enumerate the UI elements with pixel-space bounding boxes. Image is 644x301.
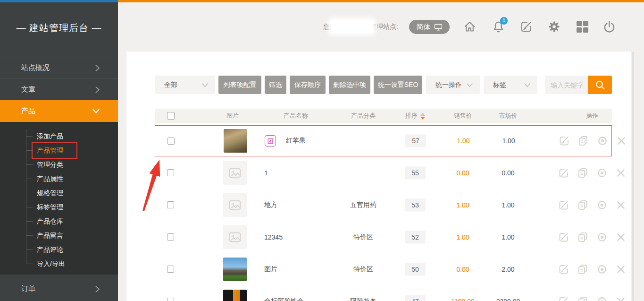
product-category: 五官用药 bbox=[335, 201, 392, 209]
edit-icon[interactable] bbox=[558, 296, 569, 301]
submenu-item-7[interactable]: 产品留言 bbox=[0, 228, 118, 242]
save-order-button[interactable]: 保存顺序 bbox=[290, 76, 326, 94]
copy-icon[interactable] bbox=[577, 167, 588, 179]
edit-icon[interactable] bbox=[558, 199, 569, 211]
column-header-label: 销售价 bbox=[454, 112, 472, 119]
copy-icon[interactable] bbox=[577, 199, 588, 211]
column-header-label: 排序 bbox=[405, 112, 418, 119]
preview-icon[interactable] bbox=[596, 199, 608, 211]
sidebar-item-label: 文章 bbox=[21, 85, 95, 94]
row-checkbox[interactable] bbox=[167, 138, 175, 145]
column-header-label: 产品分类 bbox=[351, 112, 376, 119]
copy-icon[interactable] bbox=[577, 264, 588, 275]
submenu-item-5[interactable]: 标签管理 bbox=[0, 200, 118, 214]
language-label: 简体 bbox=[417, 23, 431, 32]
submenu-item-0[interactable]: 添加产品 bbox=[0, 129, 118, 143]
table-header: 图片产品名称产品分类排序销售价市场价操作 bbox=[155, 109, 612, 123]
delete-icon[interactable] bbox=[615, 199, 627, 211]
row-checkbox[interactable] bbox=[167, 201, 174, 208]
product-name: 红苹果 bbox=[286, 137, 306, 145]
table-row: 地方五官用药531.001.00 bbox=[155, 189, 612, 221]
sort-value[interactable]: 57 bbox=[405, 135, 426, 147]
list-config-button[interactable]: 列表项配置 bbox=[218, 76, 261, 94]
compose-icon[interactable] bbox=[520, 20, 533, 33]
sort-value[interactable]: 55 bbox=[405, 167, 426, 180]
delete-icon[interactable] bbox=[615, 167, 627, 179]
sort-value[interactable]: 47 bbox=[405, 295, 426, 301]
sort-asc-icon[interactable] bbox=[420, 113, 425, 116]
scrollbar[interactable] bbox=[632, 52, 634, 301]
tag-dropdown[interactable]: 标签 bbox=[484, 76, 537, 94]
apps-icon[interactable] bbox=[576, 20, 589, 33]
edit-icon[interactable] bbox=[558, 167, 569, 179]
delete-icon[interactable] bbox=[615, 232, 627, 243]
edit-icon[interactable] bbox=[558, 232, 569, 243]
preview-icon[interactable] bbox=[596, 232, 608, 243]
edit-icon[interactable] bbox=[559, 135, 570, 146]
copy-icon[interactable] bbox=[577, 135, 589, 146]
blurred-username bbox=[331, 20, 373, 33]
sort-arrows-icon[interactable] bbox=[420, 113, 425, 120]
main-top-strip bbox=[118, 0, 644, 2]
notification-badge: 1 bbox=[500, 17, 508, 25]
sort-value[interactable]: 52 bbox=[405, 231, 426, 244]
sidebar-top-strip bbox=[0, 0, 118, 2]
language-switch-button[interactable]: 简体 bbox=[409, 20, 450, 34]
sidebar-item-1[interactable]: 文章 bbox=[0, 78, 118, 100]
search-button[interactable] bbox=[588, 76, 612, 94]
copy-icon[interactable] bbox=[577, 296, 588, 301]
table-row: 全标阿胶铁盒阿胶补血471199.002399.00 bbox=[155, 286, 612, 301]
product-image bbox=[223, 258, 247, 281]
submenu-item-9[interactable]: 导入/导出 bbox=[0, 257, 118, 271]
settings-icon[interactable] bbox=[548, 20, 560, 33]
delete-icon[interactable] bbox=[615, 264, 627, 275]
submenu-tree-tick bbox=[26, 264, 33, 264]
product-category: 特价区 bbox=[335, 233, 392, 241]
sidebar-item-0[interactable]: 站点概况 bbox=[0, 57, 118, 78]
manage-site-label: 管理站点: bbox=[370, 23, 398, 31]
home-icon[interactable] bbox=[463, 20, 476, 33]
submenu-item-3[interactable]: 产品属性 bbox=[0, 172, 118, 186]
product-name: 1 bbox=[264, 169, 268, 177]
delete-selected-button[interactable]: 删除选中项 bbox=[329, 76, 370, 94]
column-header-label: 图片 bbox=[226, 112, 239, 119]
power-icon[interactable] bbox=[603, 20, 616, 33]
sidebar-item-2[interactable]: 产品 bbox=[0, 100, 118, 122]
app-title: — 建站管理后台 — bbox=[0, 22, 118, 34]
product-name: 12345 bbox=[264, 233, 283, 241]
sort-desc-icon[interactable] bbox=[420, 117, 425, 120]
sale-price: 1.00 bbox=[440, 137, 487, 145]
row-checkbox[interactable] bbox=[167, 298, 174, 301]
sidebar-item-3[interactable]: 订单 bbox=[0, 278, 118, 300]
tag-dropdown-value: 标签 bbox=[493, 81, 524, 89]
sort-value[interactable]: 50 bbox=[405, 263, 426, 276]
chevron-right-icon bbox=[95, 64, 100, 72]
submenu-item-6[interactable]: 产品仓库 bbox=[0, 214, 118, 228]
submenu-item-4[interactable]: 规格管理 bbox=[0, 186, 118, 200]
submenu-tree-tick bbox=[26, 164, 33, 165]
edit-icon[interactable] bbox=[558, 264, 569, 275]
chevron-down-icon bbox=[92, 108, 100, 114]
submenu-item-8[interactable]: 产品评论 bbox=[0, 242, 118, 257]
sidebar: — 建站管理后台 — 站点概况文章产品订单 添加产品产品管理管理分类产品属性规格… bbox=[0, 0, 118, 301]
row-checkbox[interactable] bbox=[167, 233, 174, 241]
row-checkbox[interactable] bbox=[167, 266, 174, 273]
column-header-label: 操作 bbox=[586, 112, 598, 119]
preview-icon[interactable] bbox=[596, 296, 608, 301]
sort-value[interactable]: 53 bbox=[405, 199, 426, 212]
delete-icon[interactable] bbox=[615, 296, 627, 301]
select-all-checkbox[interactable] bbox=[167, 112, 175, 120]
copy-icon[interactable] bbox=[577, 232, 588, 243]
filter-button[interactable]: 筛选 bbox=[265, 76, 286, 94]
row-checkbox[interactable] bbox=[167, 169, 174, 176]
batch-seo-button[interactable]: 统一设置SEO bbox=[374, 76, 422, 94]
delete-icon[interactable] bbox=[616, 135, 627, 146]
batch-operation-dropdown[interactable]: 统一操作 bbox=[426, 76, 480, 94]
preview-icon[interactable] bbox=[596, 167, 608, 179]
category-filter-dropdown[interactable]: 全部 bbox=[155, 76, 215, 94]
preview-icon[interactable] bbox=[596, 264, 608, 275]
submenu-item-2[interactable]: 管理分类 bbox=[0, 157, 118, 172]
search-input[interactable] bbox=[545, 76, 588, 94]
bell-icon[interactable]: 1 bbox=[492, 20, 505, 33]
preview-icon[interactable] bbox=[597, 135, 608, 146]
